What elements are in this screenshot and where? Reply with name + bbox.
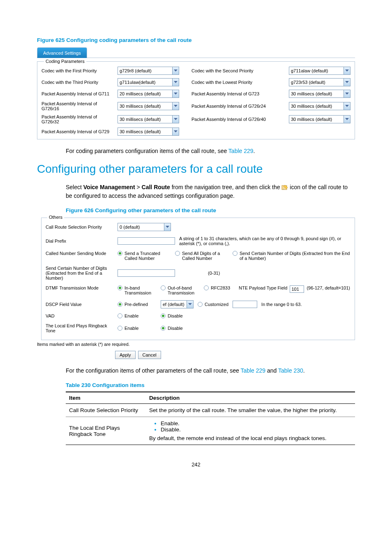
tab-bar: Advanced Settings [37, 47, 355, 58]
table-row: The Local End Plays Ringback Tone Enable… [66, 417, 355, 445]
table-230-caption: Table 230 Configuration items [66, 382, 355, 388]
select-dscp[interactable]: ef (default) [161, 300, 194, 308]
dscp-hint: In the range 0 to 63. [261, 302, 302, 307]
row-dial-prefix: Dial Prefix A string of 1 to 31 characte… [46, 234, 350, 248]
dial-prefix-hint: A string of 1 to 31 characters, which ca… [179, 236, 350, 246]
chevron-down-icon [344, 115, 350, 123]
chevron-down-icon [172, 90, 179, 98]
param-label: Packet Assembly Interval of G726r40 [183, 117, 285, 122]
paragraph-other-ref: For the configuration items of other par… [66, 366, 355, 375]
chevron-down-icon [172, 102, 179, 110]
edit-icon [281, 184, 288, 190]
param-label: Packet Assembly Interval of G729 [42, 129, 113, 134]
radio-send-all[interactable]: Send All Digits of a Called Number [175, 251, 228, 261]
param-select[interactable]: 30 millisecs (default) [289, 90, 350, 98]
digits-hint: (0-31) [208, 271, 220, 276]
param-label: Codec with the First Priority [42, 68, 113, 73]
nte-label: NTE Payload Type Field [239, 285, 287, 290]
coding-parameters-fieldset: Coding Parameters Codec with the First P… [37, 61, 355, 139]
chevron-down-icon [344, 90, 350, 98]
coding-parameters-legend: Coding Parameters [44, 59, 86, 64]
param-select[interactable]: 30 millisecs (default) [118, 115, 179, 123]
param-select[interactable]: g711alaw (default) [289, 67, 350, 75]
cancel-button[interactable]: Cancel [138, 351, 161, 359]
chevron-down-icon [187, 300, 194, 308]
link-table-230[interactable]: Table 230 [278, 367, 303, 374]
chevron-down-icon [344, 78, 350, 86]
chevron-down-icon [172, 127, 179, 136]
radio-send-truncated[interactable]: Send a Truncated Called Number [118, 251, 171, 261]
tab-advanced-settings[interactable]: Advanced Settings [37, 47, 87, 58]
row-vad: VAD Enable Disable [46, 311, 350, 321]
radio-ringback-disable[interactable]: Disable [161, 326, 183, 331]
radio-dtmf-rfc2833[interactable]: RFC2833 [204, 285, 235, 290]
nte-hint: (96-127, default=101) [307, 285, 350, 290]
heading-configuring-other: Configuring other parameters for a call … [37, 162, 355, 176]
chevron-down-icon [172, 67, 179, 75]
input-digits[interactable] [118, 269, 175, 277]
param-label: Packet Assembly Interval of G726r32 [42, 114, 113, 124]
input-nte[interactable] [290, 285, 304, 293]
row-priority: Call Route Selection Priority 0 (default… [46, 220, 350, 234]
param-select[interactable]: 30 millisecs (default) [118, 102, 179, 110]
row-digits: Send Certain Number of Digits (Extracted… [46, 263, 350, 283]
chevron-down-icon [344, 67, 350, 75]
chevron-down-icon [344, 102, 350, 110]
figure-625-panel: Advanced Settings Coding Parameters Code… [37, 47, 355, 139]
radio-dscp-custom[interactable]: Customized [198, 302, 228, 307]
chevron-down-icon [172, 78, 179, 86]
radio-dtmf-inband[interactable]: In-band Transmission [118, 285, 157, 295]
paragraph-nav-instruction: Select Voice Management > Call Route fro… [66, 183, 355, 200]
input-dial-prefix[interactable] [118, 237, 175, 245]
radio-dtmf-outofband[interactable]: Out-of-band Transmission [161, 285, 200, 295]
param-label: Packet Assembly Interval of G723 [183, 91, 285, 96]
figure-625-caption: Figure 625 Configuring coding parameters… [37, 37, 355, 43]
param-label: Packet Assembly Interval of G711 [42, 91, 113, 96]
param-select[interactable]: g729r8 (default) [118, 67, 179, 75]
link-table-229-b[interactable]: Table 229 [240, 367, 265, 374]
param-label: Packet Assembly Interval of G726r16 [42, 101, 113, 111]
apply-button[interactable]: Apply [115, 351, 136, 359]
button-row: Apply Cancel [115, 351, 355, 359]
param-label: Packet Assembly Interval of G726r24 [183, 104, 285, 109]
others-fieldset: Others Call Route Selection Priority 0 (… [41, 218, 355, 340]
chevron-down-icon [172, 115, 179, 123]
param-select[interactable]: 20 millisecs (default) [118, 90, 179, 98]
param-label: Codec with the Third Priority [42, 80, 113, 85]
radio-vad-enable[interactable]: Enable [118, 313, 157, 318]
th-description: Description [146, 392, 355, 404]
paragraph-coding-ref: For coding parameters configuration item… [66, 147, 355, 155]
figure-626-panel: Others Call Route Selection Priority 0 (… [37, 218, 355, 359]
radio-dscp-predefined[interactable]: Pre-defined [118, 302, 157, 307]
param-select[interactable]: g711ulaw(default) [118, 78, 179, 86]
page-number: 242 [37, 461, 355, 468]
row-dscp: DSCP Field Value Pre-defined ef (default… [46, 298, 350, 311]
row-dtmf: DTMF Transmission Mode In-band Transmiss… [46, 283, 350, 298]
param-select[interactable]: 30 millisecs (default) [289, 102, 350, 110]
table-230: Item Description Call Route Selection Pr… [66, 392, 355, 445]
select-priority[interactable]: 0 (default) [118, 223, 171, 231]
required-note: Items marked with an asterisk (*) are re… [37, 340, 355, 348]
row-ringback: The Local End Plays Ringback Tone Enable… [46, 321, 350, 336]
param-label: Codec with the Second Priority [183, 68, 285, 73]
link-table-229[interactable]: Table 229 [228, 148, 254, 154]
figure-626-caption: Figure 626 Configuring other parameters … [66, 207, 355, 213]
others-legend: Others [47, 215, 64, 220]
param-select[interactable]: 30 millisecs (default) [118, 127, 179, 136]
param-select[interactable]: 30 millisecs (default) [289, 115, 350, 123]
radio-vad-disable[interactable]: Disable [161, 313, 183, 318]
row-send-mode: Called Number Sending Mode Send a Trunca… [46, 248, 350, 263]
th-item: Item [66, 392, 146, 404]
param-select[interactable]: g723r53 (default) [289, 78, 350, 86]
input-dscp-custom[interactable] [233, 301, 257, 308]
radio-ringback-enable[interactable]: Enable [118, 326, 157, 331]
table-row: Call Route Selection Priority Set the pr… [66, 404, 355, 417]
chevron-down-icon [164, 223, 171, 231]
param-label: Codec with the Lowest Priority [183, 80, 285, 85]
radio-send-certain[interactable]: Send Certain Number of Digits (Extracted… [233, 251, 350, 261]
